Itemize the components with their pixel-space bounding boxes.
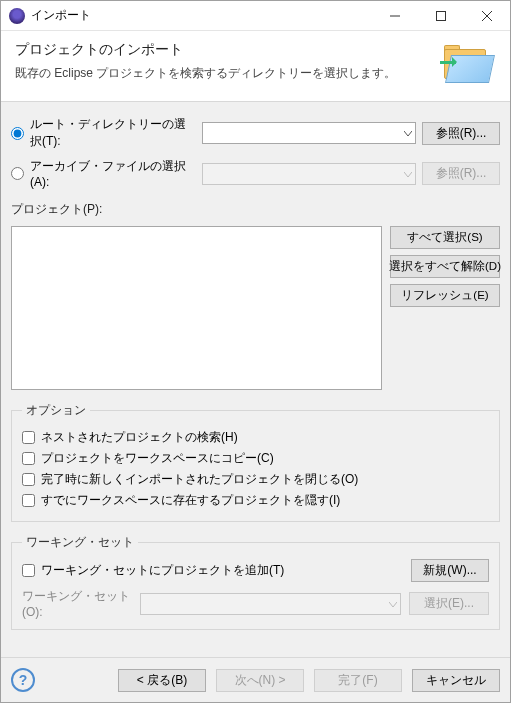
- root-browse-button[interactable]: 参照(R)...: [422, 122, 500, 145]
- titlebar: インポート: [1, 1, 510, 31]
- archive-file-combo: [202, 163, 416, 185]
- window-title: インポート: [31, 7, 372, 24]
- working-sets-fieldset: ワーキング・セット ワーキング・セットにプロジェクトを追加(T) 新規(W)..…: [11, 534, 500, 630]
- svg-rect-1: [437, 11, 446, 20]
- archive-file-radio[interactable]: [11, 167, 24, 180]
- select-working-set-button: 選択(E)...: [409, 592, 489, 615]
- import-dialog: インポート プロジェクトのインポート 既存の Eclipse プロジェクトを検索…: [0, 0, 511, 703]
- root-directory-row: ルート・ディレクトリーの選択(T): 参照(R)...: [11, 116, 500, 150]
- page-description: 既存の Eclipse プロジェクトを検索するディレクトリーを選択します。: [15, 65, 430, 82]
- copy-to-workspace-checkbox[interactable]: [22, 452, 35, 465]
- finish-button: 完了(F): [314, 669, 402, 692]
- options-legend: オプション: [22, 402, 90, 419]
- archive-file-input: [202, 163, 416, 185]
- archive-file-radio-label[interactable]: アーカイブ・ファイルの選択(A):: [11, 158, 196, 189]
- add-to-working-set-checkbox[interactable]: [22, 564, 35, 577]
- archive-browse-button: 参照(R)...: [422, 162, 500, 185]
- archive-file-row: アーカイブ・ファイルの選択(A): 参照(R)...: [11, 158, 500, 189]
- copy-to-workspace-label: プロジェクトをワークスペースにコピー(C): [41, 450, 274, 467]
- root-directory-radio-text: ルート・ディレクトリーの選択(T):: [30, 116, 196, 150]
- working-set-combo-label: ワーキング・セット(O):: [22, 588, 132, 619]
- hide-existing-label: すでにワークスペースに存在するプロジェクトを隠す(I): [41, 492, 340, 509]
- back-button[interactable]: < 戻る(B): [118, 669, 206, 692]
- root-directory-input[interactable]: [202, 122, 416, 144]
- archive-file-radio-text: アーカイブ・ファイルの選択(A):: [30, 158, 196, 189]
- next-button: 次へ(N) >: [216, 669, 304, 692]
- root-directory-radio[interactable]: [11, 127, 24, 140]
- hide-existing-checkbox[interactable]: [22, 494, 35, 507]
- projects-list[interactable]: [11, 226, 382, 390]
- cancel-button[interactable]: キャンセル: [412, 669, 500, 692]
- projects-area: すべて選択(S) 選択をすべて解除(D) リフレッシュ(E): [11, 226, 500, 390]
- app-icon: [9, 8, 25, 24]
- root-directory-radio-label[interactable]: ルート・ディレクトリーの選択(T):: [11, 116, 196, 150]
- wizard-header: プロジェクトのインポート 既存の Eclipse プロジェクトを検索するディレク…: [1, 31, 510, 102]
- projects-label: プロジェクト(P):: [11, 201, 500, 218]
- close-imported-label: 完了時に新しくインポートされたプロジェクトを閉じる(O): [41, 471, 358, 488]
- nested-projects-checkbox[interactable]: [22, 431, 35, 444]
- wizard-footer: ? < 戻る(B) 次へ(N) > 完了(F) キャンセル: [1, 657, 510, 702]
- working-sets-legend: ワーキング・セット: [22, 534, 138, 551]
- options-fieldset: オプション ネストされたプロジェクトの検索(H) プロジェクトをワークスペースに…: [11, 402, 500, 522]
- minimize-button[interactable]: [372, 1, 418, 31]
- select-all-button[interactable]: すべて選択(S): [390, 226, 500, 249]
- add-to-working-set-text: ワーキング・セットにプロジェクトを追加(T): [41, 562, 284, 579]
- new-working-set-button[interactable]: 新規(W)...: [411, 559, 489, 582]
- maximize-button[interactable]: [418, 1, 464, 31]
- import-folder-icon: [440, 43, 496, 87]
- page-title: プロジェクトのインポート: [15, 41, 430, 59]
- nested-projects-label: ネストされたプロジェクトの検索(H): [41, 429, 238, 446]
- deselect-all-button[interactable]: 選択をすべて解除(D): [390, 255, 500, 278]
- wizard-content: ルート・ディレクトリーの選択(T): 参照(R)... アーカイブ・ファイルの選…: [1, 102, 510, 657]
- working-set-combo: [140, 593, 401, 615]
- close-imported-checkbox[interactable]: [22, 473, 35, 486]
- add-to-working-set-label[interactable]: ワーキング・セットにプロジェクトを追加(T): [22, 560, 405, 581]
- refresh-button[interactable]: リフレッシュ(E): [390, 284, 500, 307]
- close-button[interactable]: [464, 1, 510, 31]
- working-set-input: [140, 593, 401, 615]
- help-button[interactable]: ?: [11, 668, 35, 692]
- root-directory-combo[interactable]: [202, 122, 416, 144]
